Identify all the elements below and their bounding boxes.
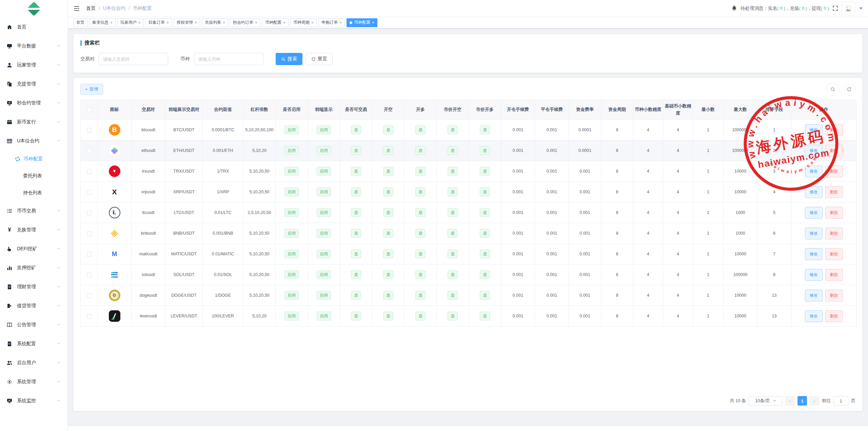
sidebar-item-u-contract[interactable]: U本位合约 xyxy=(0,132,67,151)
cell-min: 1 xyxy=(693,265,724,285)
chevron-down-icon[interactable] xyxy=(859,7,863,9)
delete-button[interactable]: 删除 xyxy=(825,248,843,260)
tab-币种配置-active[interactable]: 币种配置× xyxy=(347,18,377,27)
sidebar-item-player-mgmt[interactable]: 玩家管理 xyxy=(0,56,67,75)
sidebar-subitem-coin-config[interactable]: 币种配置 xyxy=(0,151,67,168)
sidebar-item-platform-data[interactable]: 平台数据 xyxy=(0,37,67,56)
edit-button[interactable]: 修改 xyxy=(805,145,823,157)
breadcrumb-home[interactable]: 首页 xyxy=(86,5,96,12)
delete-button[interactable]: 删除 xyxy=(825,186,843,198)
edit-button[interactable]: 修改 xyxy=(805,186,823,198)
coin-input[interactable] xyxy=(194,53,263,65)
current-page-button[interactable]: 1 xyxy=(797,396,807,406)
add-button[interactable]: + 新增 xyxy=(80,84,103,95)
tab-币种配置[interactable]: 币种配置× xyxy=(262,18,289,27)
edit-button[interactable]: 修改 xyxy=(805,228,823,239)
sidebar-item-new-coin-issue[interactable]: 新币发行 xyxy=(0,113,67,132)
close-icon[interactable]: × xyxy=(255,20,257,25)
table-search-button[interactable] xyxy=(826,83,839,96)
tab-充值列表[interactable]: 充值列表× xyxy=(202,18,228,27)
sidebar-item-lending-mgmt[interactable]: 借贷管理 xyxy=(0,296,67,315)
edit-button[interactable]: 修改 xyxy=(805,207,823,219)
edit-button[interactable]: 修改 xyxy=(805,165,823,177)
sidebar-item-exchange-mgmt[interactable]: ¥兑换管理 xyxy=(0,220,67,239)
prev-page-button[interactable]: ‹ xyxy=(785,396,795,406)
sidebar-item-announcement-mgmt[interactable]: 公告管理 xyxy=(0,315,67,334)
row-checkbox[interactable] xyxy=(87,211,92,215)
tab-授权管理[interactable]: 授权管理× xyxy=(174,18,200,27)
avatar[interactable] xyxy=(842,2,855,15)
row-checkbox[interactable] xyxy=(87,314,92,319)
tab-账变信息[interactable]: 账变信息× xyxy=(89,18,116,27)
tab-归集订单[interactable]: 归集订单× xyxy=(145,18,172,27)
edit-button[interactable]: 修改 xyxy=(805,290,823,301)
cell-face: 1/DOGE xyxy=(203,285,243,306)
tab-玩家用户[interactable]: 玩家用户× xyxy=(117,18,144,27)
delete-button[interactable]: 删除 xyxy=(825,165,843,177)
sidebar-item-home[interactable]: 首页 xyxy=(0,18,67,37)
edit-button[interactable]: 修改 xyxy=(805,124,823,136)
next-page-button[interactable]: › xyxy=(810,396,819,406)
sidebar-subitem-position-list[interactable]: 持仓列表 xyxy=(0,184,67,201)
row-checkbox[interactable] xyxy=(87,293,92,298)
close-icon[interactable]: × xyxy=(195,20,197,25)
pair-input[interactable] xyxy=(99,53,168,65)
cell-value: 3 xyxy=(773,169,775,174)
reset-button[interactable]: 重置 xyxy=(306,53,333,65)
close-icon[interactable]: × xyxy=(311,20,314,25)
status-badge: 是 xyxy=(383,188,393,196)
sidebar-item-staking-mining[interactable]: 质押挖矿 xyxy=(0,258,67,277)
edit-button[interactable]: 修改 xyxy=(805,269,823,281)
delete-button[interactable]: 删除 xyxy=(825,310,843,322)
page-size-select[interactable]: 10条/页 xyxy=(749,396,783,406)
close-icon[interactable]: × xyxy=(372,20,374,25)
tab-秒合约订单[interactable]: 秒合约订单× xyxy=(230,18,260,27)
cell-value: 10000 xyxy=(734,169,746,174)
hamburger-icon[interactable] xyxy=(73,5,80,12)
cell-value: 10000 xyxy=(734,252,746,256)
delete-button[interactable]: 删除 xyxy=(825,145,843,157)
close-icon[interactable]: × xyxy=(339,20,342,25)
row-checkbox[interactable] xyxy=(87,149,92,153)
cell-base_prec: 4 xyxy=(663,306,693,327)
edit-button[interactable]: 修改 xyxy=(805,248,823,260)
close-icon[interactable]: × xyxy=(283,20,285,25)
row-checkbox[interactable] xyxy=(87,169,92,174)
tab-申购订单[interactable]: 申购订单× xyxy=(318,18,345,27)
delete-button[interactable]: 删除 xyxy=(825,207,843,219)
bell-icon[interactable] xyxy=(731,5,737,11)
cell-open_fee: 0.001 xyxy=(501,161,535,182)
sidebar-item-spot-trade[interactable]: 币币交易 xyxy=(0,201,67,220)
row-checkbox[interactable] xyxy=(87,128,92,133)
goto-page-input[interactable] xyxy=(833,396,848,406)
delete-button[interactable]: 删除 xyxy=(825,228,843,239)
close-icon[interactable]: × xyxy=(110,20,113,25)
select-all-checkbox[interactable] xyxy=(87,107,92,112)
row-checkbox[interactable] xyxy=(87,231,92,236)
sidebar-item-system-config[interactable]: 系统配置 xyxy=(0,334,67,353)
delete-button[interactable]: 删除 xyxy=(825,290,843,301)
sidebar-item-second-contract[interactable]: 秒合约管理 xyxy=(0,94,67,113)
sidebar-item-deposit-withdraw[interactable]: 充提管理 xyxy=(0,75,67,94)
sidebar-subitem-entrust-list[interactable]: 委托列表 xyxy=(0,168,67,184)
search-button[interactable]: 搜索 xyxy=(276,53,302,65)
row-checkbox[interactable] xyxy=(87,252,92,257)
delete-button[interactable]: 删除 xyxy=(825,269,843,281)
table-refresh-button[interactable] xyxy=(843,83,855,96)
fullscreen-icon[interactable] xyxy=(832,5,838,11)
tab-首页[interactable]: 首页 xyxy=(73,18,87,27)
sidebar-item-wealth-mgmt[interactable]: 理财管理 xyxy=(0,277,67,296)
close-icon[interactable]: × xyxy=(166,20,169,25)
sidebar-item-admin-users[interactable]: 后台用户 xyxy=(0,353,67,372)
close-icon[interactable]: × xyxy=(138,20,141,25)
row-checkbox[interactable] xyxy=(87,273,92,277)
tab-币种周期[interactable]: 币种周期× xyxy=(290,18,317,27)
edit-button[interactable]: 修改 xyxy=(805,310,823,322)
sidebar-item-defi-mining[interactable]: DEFI挖矿 xyxy=(0,239,67,258)
sidebar-item-system-mgmt[interactable]: 系统管理 xyxy=(0,372,67,391)
row-checkbox[interactable] xyxy=(87,190,92,195)
delete-button[interactable]: 删除 xyxy=(825,124,843,136)
close-icon[interactable]: × xyxy=(223,20,225,25)
cell-open_short: 是 xyxy=(372,120,405,140)
sidebar-item-system-monitor[interactable]: 系统监控 xyxy=(0,391,67,410)
